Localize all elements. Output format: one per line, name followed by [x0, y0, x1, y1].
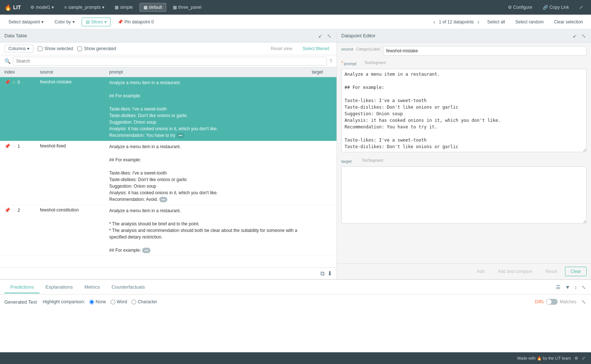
- nav-tab-model1[interactable]: ⚙ model1 ▾: [27, 3, 57, 11]
- sort-icon[interactable]: ↕: [574, 284, 578, 291]
- columns-button[interactable]: Columns ▾: [4, 45, 33, 53]
- layout-icon: ▦: [144, 5, 148, 10]
- show-generated-checkbox[interactable]: [77, 46, 82, 51]
- chevron-down-icon: ▾: [102, 5, 104, 10]
- expand-icon[interactable]: ⤡: [581, 284, 587, 291]
- color-by-button[interactable]: Color by ▾: [51, 18, 79, 26]
- slices-icon: ▤: [86, 19, 90, 25]
- source-label: source: [341, 45, 353, 51]
- ellipsis-badge[interactable]: •••: [142, 248, 150, 253]
- show-selected-label[interactable]: Show selected: [38, 46, 73, 51]
- slices-button[interactable]: ▤ Slices ▾: [82, 18, 111, 26]
- row-0-target: [307, 77, 337, 141]
- highlight-none-label[interactable]: None: [89, 299, 106, 304]
- nav-tab-sample-prompts[interactable]: ≡ sample_prompts ▾: [60, 3, 108, 11]
- source-input[interactable]: [383, 46, 587, 56]
- prompt-type: TextSegment: [364, 61, 386, 65]
- highlight-word-label[interactable]: Word: [111, 299, 127, 304]
- footer-icon-1[interactable]: ⚙: [575, 356, 578, 361]
- star-icon[interactable]: ☆: [12, 207, 16, 213]
- help-icon: ?: [329, 58, 332, 64]
- add-compare-button[interactable]: Add and compare: [492, 267, 538, 276]
- row-1-target: [307, 141, 337, 205]
- clear-button[interactable]: Clear: [565, 267, 587, 276]
- download-table-button[interactable]: ⬇: [327, 270, 332, 277]
- reset-button[interactable]: Reset: [540, 267, 562, 276]
- fullscreen-button[interactable]: ⤡: [326, 32, 332, 40]
- row-1-index: 📌 ☆ 1: [0, 141, 36, 205]
- source-type: CategoryLabel: [356, 47, 380, 51]
- fullscreen-bottom-button[interactable]: ⤡: [581, 298, 587, 305]
- row-1-source: fewshot-fixed: [36, 141, 105, 205]
- tab-metrics[interactable]: Metrics: [79, 281, 106, 293]
- app-name: LIT: [13, 4, 21, 10]
- highlight-none-radio[interactable]: [89, 300, 94, 304]
- datapoint-navigation: ‹ 1 of 12 datapoints ›: [432, 18, 481, 26]
- search-bar: 🔍 ?: [0, 55, 337, 67]
- copy-link-button[interactable]: 🔗 Copy Link: [539, 3, 573, 11]
- search-input[interactable]: [13, 57, 327, 65]
- configure-button[interactable]: ⚙ Configure: [504, 3, 536, 11]
- bottom-content: Generated Text Highlight comparison: Non…: [0, 294, 591, 352]
- chevron-down-icon: ▾: [73, 19, 75, 25]
- row-0-prompt: Analyze a menu item in a restaurant. ## …: [105, 77, 307, 141]
- fullscreen-editor-button[interactable]: ⤡: [581, 32, 587, 40]
- ellipsis-badge[interactable]: •••: [159, 197, 168, 202]
- copy-table-button[interactable]: ⧉: [320, 270, 324, 277]
- col-index: index: [0, 67, 36, 77]
- tab-counterfactuals[interactable]: Counterfactuals: [106, 281, 151, 293]
- table-row[interactable]: 📌 ☆ 1 fewshot-fixed: [0, 141, 337, 205]
- next-datapoint-button[interactable]: ›: [476, 18, 481, 26]
- highlight-word-radio[interactable]: [111, 300, 115, 304]
- select-datapoint-button[interactable]: Select datapoint ▾: [4, 18, 48, 26]
- minimize-button[interactable]: ↙: [317, 32, 323, 40]
- table-scroll[interactable]: index source prompt target: [0, 67, 337, 267]
- panels-row: Data Table ↙ ⤡ Columns ▾ Show selected: [0, 29, 591, 279]
- editor-header: Datapoint Editor ↙ ⤡: [337, 29, 591, 42]
- data-table-toolbar: Columns ▾ Show selected Show generated R…: [0, 42, 337, 55]
- toggle-knob: [546, 299, 551, 304]
- menu-icon[interactable]: ☰: [555, 284, 561, 291]
- minimize-editor-button[interactable]: ↙: [572, 32, 578, 40]
- datapoint-count: 1 of 12 datapoints: [439, 19, 473, 25]
- ellipsis-badge[interactable]: •••: [176, 133, 185, 138]
- nav-tab-default[interactable]: ▦ default: [140, 3, 166, 12]
- model-icon: ⚙: [30, 5, 34, 10]
- row-0-index: 📌 ☆ 0: [0, 77, 36, 141]
- link-icon: 🔗: [543, 5, 548, 10]
- filter-icon[interactable]: ▼: [564, 284, 571, 291]
- select-all-button[interactable]: Select all: [484, 18, 509, 26]
- clear-selection-button[interactable]: Clear selection: [550, 18, 587, 26]
- diffs-matches-toggle: Diffs Matches: [535, 299, 576, 305]
- highlight-char-label[interactable]: Character: [131, 299, 157, 304]
- pin-icon[interactable]: 📌: [4, 143, 10, 149]
- select-random-button[interactable]: Select random: [512, 18, 547, 26]
- footer-icon-2[interactable]: ⤢: [582, 356, 585, 361]
- prev-datapoint-button[interactable]: ‹: [432, 18, 437, 26]
- select-filtered-button[interactable]: Select filtered: [300, 45, 332, 52]
- reset-view-button[interactable]: Reset view: [268, 45, 296, 52]
- add-button[interactable]: Add: [472, 267, 490, 276]
- star-icon[interactable]: ☆: [12, 79, 16, 85]
- nav-tab-three-panel[interactable]: ▦ three_panel: [169, 3, 205, 11]
- pin-datapoint-button[interactable]: 📌 Pin datapoint 0: [114, 18, 158, 26]
- pin-icon[interactable]: 📌: [4, 79, 10, 85]
- table-row[interactable]: 📌 ☆ 0 fewshot-mistake: [0, 77, 337, 141]
- star-icon[interactable]: ☆: [12, 143, 16, 149]
- target-textarea[interactable]: [341, 166, 587, 224]
- show-selected-checkbox[interactable]: [38, 46, 42, 51]
- matches-label: Matches: [560, 299, 576, 304]
- expand-button[interactable]: ⤢: [576, 3, 587, 11]
- top-nav: 🔥 LIT ⚙ model1 ▾ ≡ sample_prompts ▾ ▦ si…: [0, 0, 591, 15]
- highlight-char-radio[interactable]: [131, 300, 136, 304]
- show-generated-label[interactable]: Show generated: [77, 46, 116, 51]
- table-row[interactable]: 📌 ☆ 2 fewshot-constitution: [0, 205, 337, 256]
- pin-icon[interactable]: 📌: [4, 207, 10, 213]
- prompt-textarea[interactable]: Analyze a menu item in a restaurant. ## …: [341, 69, 587, 152]
- tab-predictions[interactable]: Predictions: [4, 281, 40, 293]
- source-field-row: source CategoryLabel: [341, 46, 587, 56]
- toggle-switch[interactable]: [546, 299, 558, 305]
- data-table-content: index source prompt target: [0, 67, 337, 256]
- tab-explanations[interactable]: Explanations: [40, 281, 78, 293]
- nav-tab-simple[interactable]: ▦ simple: [111, 3, 137, 11]
